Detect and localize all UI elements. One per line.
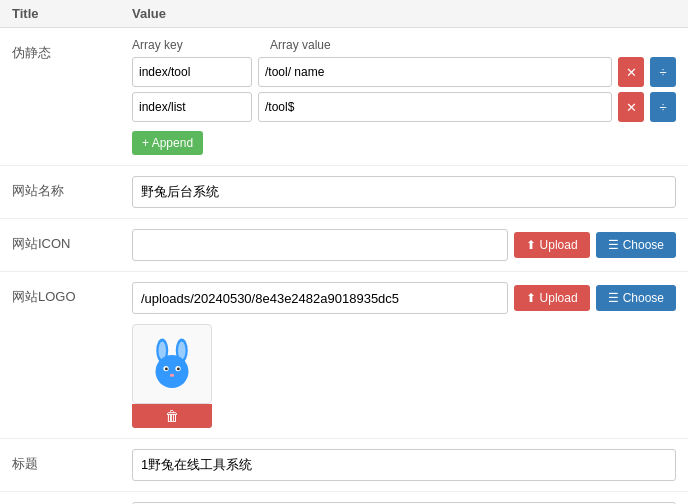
array-delete-btn-1[interactable]: ✕ [618, 92, 644, 122]
label-pseudo-static: 伪静态 [12, 38, 132, 62]
choose-icon: ☰ [608, 238, 619, 252]
array-reorder-btn-0[interactable]: ÷ [650, 57, 676, 87]
svg-point-9 [170, 374, 175, 377]
row-title: 标题 [0, 439, 688, 492]
site-icon-upload-button[interactable]: ⬆ Upload [514, 232, 590, 258]
rabbit-icon [142, 334, 202, 394]
row-pseudo-static: 伪静态 Array key Array value ✕ ÷ ✕ ÷ + Appe… [0, 28, 688, 166]
upload-icon-logo: ⬆ [526, 291, 536, 305]
site-logo-value: ⬆ Upload ☰ Choose [132, 282, 676, 428]
table-header: Title Value [0, 0, 688, 28]
array-header: Array key Array value [132, 38, 676, 52]
array-reorder-btn-1[interactable]: ÷ [650, 92, 676, 122]
pseudo-static-value: Array key Array value ✕ ÷ ✕ ÷ + Append [132, 38, 676, 155]
site-icon-row: ⬆ Upload ☰ Choose [132, 229, 676, 261]
upload-label: Upload [540, 238, 578, 252]
delete-icon: 🗑 [165, 408, 179, 424]
array-delete-btn-0[interactable]: ✕ [618, 57, 644, 87]
site-icon-input[interactable] [132, 229, 508, 261]
upload-label-logo: Upload [540, 291, 578, 305]
logo-preview [132, 324, 212, 404]
site-logo-row: ⬆ Upload ☰ Choose [132, 282, 676, 314]
choose-label: Choose [623, 238, 664, 252]
site-name-input[interactable] [132, 176, 676, 208]
array-key-input-1[interactable] [132, 92, 252, 122]
row-site-name: 网站名称 [0, 166, 688, 219]
logo-preview-container: 🗑 [132, 314, 212, 428]
site-icon-value: ⬆ Upload ☰ Choose [132, 229, 676, 261]
site-name-value [132, 176, 676, 208]
svg-point-7 [165, 368, 168, 371]
append-label: + Append [142, 136, 193, 150]
header-value-col: Value [132, 6, 676, 21]
array-value-header: Array value [270, 38, 676, 52]
label-site-name: 网站名称 [12, 176, 132, 200]
label-site-icon: 网站ICON [12, 229, 132, 253]
site-logo-choose-button[interactable]: ☰ Choose [596, 285, 676, 311]
svg-point-4 [156, 355, 189, 388]
row-site-icon: 网站ICON ⬆ Upload ☰ Choose [0, 219, 688, 272]
site-logo-upload-button[interactable]: ⬆ Upload [514, 285, 590, 311]
title-value [132, 449, 676, 481]
header-title-col: Title [12, 6, 132, 21]
upload-icon: ⬆ [526, 238, 536, 252]
choose-icon-logo: ☰ [608, 291, 619, 305]
array-key-header: Array key [132, 38, 262, 52]
row-keywords: 关键字 [0, 492, 688, 504]
title-input[interactable] [132, 449, 676, 481]
array-row-1: ✕ ÷ [132, 92, 676, 122]
array-val-input-0[interactable] [258, 57, 612, 87]
array-key-input-0[interactable] [132, 57, 252, 87]
site-logo-input[interactable] [132, 282, 508, 314]
append-button[interactable]: + Append [132, 131, 203, 155]
array-row-0: ✕ ÷ [132, 57, 676, 87]
row-site-logo: 网站LOGO ⬆ Upload ☰ Choose [0, 272, 688, 439]
svg-point-8 [177, 368, 180, 371]
logo-delete-button[interactable]: 🗑 [132, 404, 212, 428]
choose-label-logo: Choose [623, 291, 664, 305]
array-val-input-1[interactable] [258, 92, 612, 122]
label-site-logo: 网站LOGO [12, 282, 132, 306]
label-title: 标题 [12, 449, 132, 473]
site-icon-choose-button[interactable]: ☰ Choose [596, 232, 676, 258]
